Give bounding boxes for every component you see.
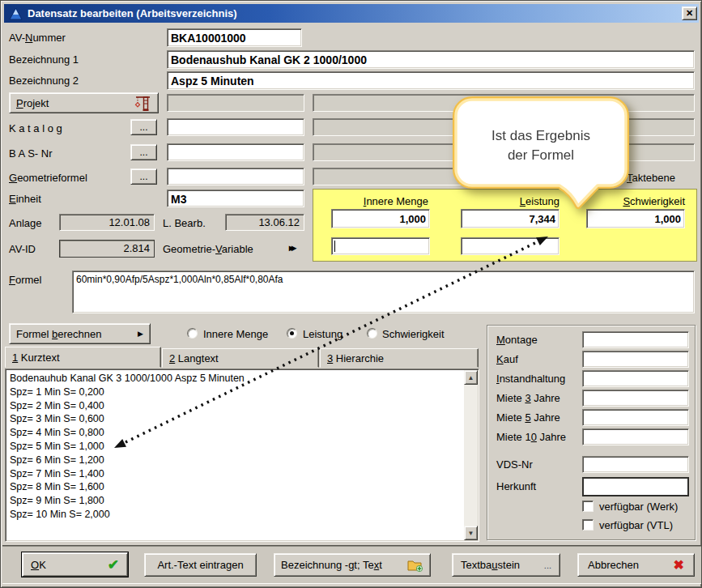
ok-button[interactable]: OK ✔ [22,552,128,577]
textbaustein-button[interactable]: Textbaustein ... [452,553,560,577]
radio-innere-menge[interactable] [187,328,198,339]
bezeichnung2-input[interactable]: Aspz 5 Minuten [167,71,695,90]
projekt-button-label: Projekt [16,97,49,109]
bezeichnung1-label: Bezeichnung 1 [9,53,79,66]
menu-arrow-icon: ▶ [138,330,143,338]
text-caret [334,241,335,252]
herkunft-label: Herkunft [496,480,536,492]
kurztext-line: Bodenauhub Kanal GK 3 1000/1000 Aspz 5 M… [10,372,461,386]
kurztext-line: Spz= 4 Min S= 0,800 [10,426,461,440]
av-id-label: AV-ID [9,243,36,255]
ok-button-label: OK [31,559,46,571]
bezeichnung-text-label: Bezeichnung -gt; Text [281,559,382,571]
bezeichnung2-label: Bezeichnung 2 [9,75,79,87]
einheit-input[interactable]: M3 [167,190,304,207]
bas-nr-input[interactable] [167,143,304,161]
katalog-field-2 [313,118,695,136]
innere-menge-label: Innere Menge [331,195,428,207]
montage-input[interactable] [582,331,689,348]
miete-10-jahre-label: Miete 10 Jahre [496,431,566,443]
kauf-label: Kauf [496,353,518,365]
geometrieformel-label: Geometrieformel [9,172,87,184]
kurztext-content: Bodenauhub Kanal GK 3 1000/1000 Aspz 5 M… [10,372,461,539]
anlage-field: 12.01.08 [59,214,155,231]
miete-3-jahre-label: Miete 3 Jahre [496,392,560,404]
katalog-browse-button[interactable]: ... [130,119,157,135]
geometrieformel-browse-button[interactable]: ... [130,168,157,185]
formel-berechnen-button[interactable]: Formel berechnen ▶ [9,323,151,344]
tab-langtext[interactable]: 2 Langtext [162,348,319,368]
verfuegbar-werk-checkbox[interactable] [582,501,594,512]
vds-nr-label: VDS-Nr [496,458,533,471]
scroll-down-button[interactable]: ▼ [464,526,478,540]
radio-schwierigkeit-label: Schwierigkeit [382,328,445,340]
schwierigkeit-input[interactable]: 1,000 [586,209,685,228]
kurztext-line: Spz= 1 Min S= 0,200 [10,386,461,399]
formel-label: Formel [9,274,41,286]
scroll-up-icon: ▲ [468,374,474,381]
bas-nr-browse-button[interactable]: ... [130,144,157,160]
art-text-eintragen-button[interactable]: Art.-Text eintragen [144,553,257,577]
geometrie-variable-expand-icon[interactable]: ▸▸ [289,242,294,254]
montage-label: Montage [496,334,538,346]
miete-3-jahre-input[interactable] [582,390,689,407]
radio-schwierigkeit[interactable] [367,328,377,339]
miete-5-jahre-label: Miete 5 Jahre [496,411,560,424]
katalog-input[interactable] [167,118,304,136]
scroll-down-icon: ▼ [468,530,474,537]
av-nummer-label: AV-Nummer [9,32,66,44]
leistung-input[interactable]: 7,344 [461,209,559,228]
kurztext-textarea[interactable]: Bodenauhub Kanal GK 3 1000/1000 Aspz 5 M… [5,369,479,542]
leistung-input-2[interactable] [461,237,559,255]
verfuegbar-werk-label: verfügbar (Werk) [599,501,678,513]
leistung-label: Leistung [461,195,559,207]
title-bar: Datensatz bearbeiten (Arbeitsverzeichnis… [4,4,699,23]
crane-icon [134,94,151,112]
geometrieformel-input[interactable] [167,168,304,185]
geometrieformel-field-2 [313,168,620,185]
kurztext-line: Spz= 7 Min S= 1,400 [10,467,461,481]
projekt-field-1 [167,94,304,112]
dialog-window: Datensatz bearbeiten (Arbeitsverzeichnis… [0,0,702,588]
anlage-label: Anlage [9,217,41,229]
tab-hierarchie[interactable]: 3 Hierarchie [320,348,479,368]
formel-berechnen-label: Formel berechnen [16,328,102,340]
bezeichnung1-input[interactable]: Bodenaushub Kanal GK 2 1000/1000 [167,50,695,69]
miete-5-jahre-input[interactable] [582,409,689,426]
app-triangle-icon [9,7,23,20]
abbrechen-x-icon: ✖ [674,557,684,573]
window-title: Datensatz bearbeiten (Arbeitsverzeichnis… [28,7,237,19]
textbaustein-dots: ... [544,560,551,570]
innere-menge-input[interactable]: 1,000 [331,209,430,228]
verfuegbar-vtl-label: verfügbar (VTL) [599,519,673,531]
close-button[interactable]: ✕ [682,6,697,20]
scroll-up-button[interactable]: ▲ [464,370,478,385]
textbaustein-label: Textbaustein [461,559,520,571]
kurztext-line: Spz= 10 Min S= 2,000 [10,508,461,522]
instandhaltung-label: Instandhaltung [496,373,565,385]
kurztext-line: Spz= 5 Min S= 1,000 [10,440,461,454]
innere-menge-input-2[interactable] [331,237,430,255]
verfuegbar-vtl-checkbox[interactable] [582,519,594,530]
radio-innere-menge-label: Innere Menge [203,328,268,340]
tab-kurztext[interactable]: 1 Kurztext [5,347,161,368]
miete-10-jahre-input[interactable] [582,428,689,445]
projekt-field-2 [313,94,695,112]
scrollbar[interactable]: ▲ ▼ [464,370,478,540]
formel-textarea[interactable]: 60min*0,90Afp/5Aspz*1,000Aln*0,85Alf*0,8… [72,271,695,313]
radio-leistung[interactable] [287,328,297,339]
projekt-button[interactable]: Projekt [9,92,159,113]
ok-check-icon: ✔ [108,556,119,573]
bas-nr-field-2 [313,143,695,161]
instandhaltung-input[interactable] [582,370,689,387]
geometrie-variable-label: Geometrie-Variable [163,243,253,255]
herkunft-input[interactable] [582,477,689,496]
kauf-input[interactable] [582,351,689,368]
l-bearb-field: 13.06.12 [225,214,304,231]
av-nummer-input[interactable]: BKA10001000 [167,28,302,47]
vds-nr-input[interactable] [582,456,689,473]
taktebene-label: Taktebene [627,172,675,184]
bezeichnung-text-button[interactable]: Bezeichnung -gt; Text [274,553,431,577]
schwierigkeit-label: Schwierigkeit [586,195,685,207]
abbrechen-button[interactable]: Abbrechen ✖ [577,553,695,577]
